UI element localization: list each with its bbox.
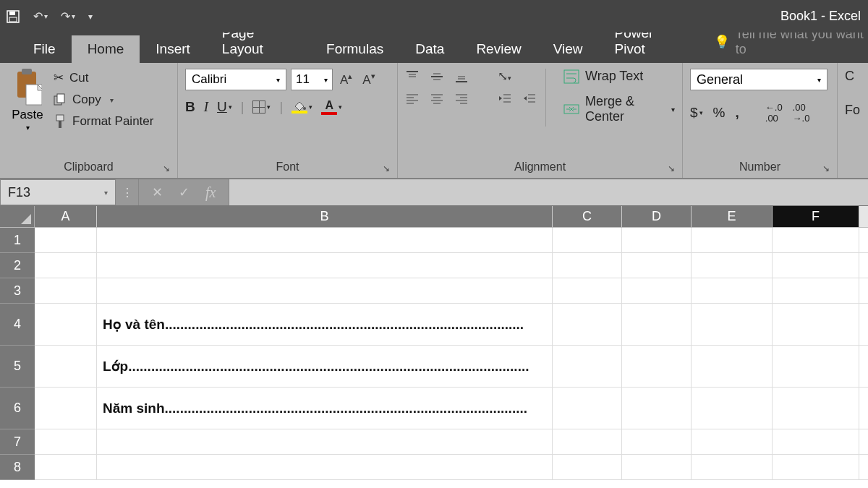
cell[interactable] [692, 346, 773, 387]
row-header-6[interactable]: 6 [0, 388, 35, 429]
cell[interactable] [553, 346, 622, 387]
row-header-5[interactable]: 5 [0, 346, 35, 388]
worksheet-grid[interactable]: A B C D E F 1 2 3 4 5 6 7 8 Họ và tên...… [0, 206, 868, 488]
cell[interactable] [773, 455, 859, 479]
tab-home[interactable]: Home [72, 35, 140, 63]
cell[interactable] [773, 253, 859, 278]
tab-data[interactable]: Data [399, 35, 460, 63]
cell[interactable] [773, 304, 859, 345]
cell[interactable] [692, 455, 773, 479]
clipboard-dialog-launcher[interactable]: ↘ [163, 163, 170, 174]
cell[interactable] [692, 429, 773, 454]
select-all-corner[interactable] [0, 206, 35, 227]
tab-insert[interactable]: Insert [140, 35, 206, 63]
cell[interactable] [35, 304, 97, 345]
cell[interactable] [97, 278, 553, 303]
row-header-1[interactable]: 1 [0, 228, 35, 253]
cell[interactable] [692, 278, 773, 303]
cell-B6[interactable]: Năm sinh................................… [97, 388, 553, 429]
save-button[interactable] [6, 9, 20, 24]
cell[interactable] [97, 455, 553, 479]
cell[interactable] [692, 228, 773, 252]
font-dialog-launcher[interactable]: ↘ [383, 163, 390, 174]
cell[interactable] [692, 253, 773, 278]
tab-review[interactable]: Review [460, 35, 537, 63]
italic-button[interactable]: I [204, 99, 208, 115]
cell[interactable] [35, 388, 97, 429]
decrease-indent-button[interactable] [498, 93, 512, 104]
increase-decimal-button[interactable]: ←.0.00 [765, 102, 783, 124]
orientation-button[interactable]: ⤡▾ [498, 69, 511, 84]
row-header-8[interactable]: 8 [0, 455, 35, 480]
cell[interactable] [35, 346, 97, 387]
cell[interactable] [553, 455, 622, 479]
tab-view[interactable]: View [537, 35, 599, 63]
row-header-2[interactable]: 2 [0, 253, 35, 278]
enter-formula-button[interactable]: ✓ [179, 184, 190, 200]
cell[interactable] [35, 429, 97, 454]
copy-button[interactable]: Copy ▾ [54, 93, 153, 107]
name-box[interactable]: F13▾ [0, 179, 116, 205]
cell[interactable] [97, 429, 553, 454]
cell[interactable] [773, 388, 859, 429]
accounting-format-button[interactable]: $▾ [690, 105, 703, 121]
decrease-decimal-button[interactable]: .00→.0 [793, 102, 810, 124]
cell[interactable] [622, 429, 692, 454]
separator[interactable]: ⋮ [116, 179, 139, 205]
cell[interactable] [553, 278, 622, 303]
row-header-4[interactable]: 4 [0, 304, 35, 346]
cell[interactable] [622, 228, 692, 252]
font-size-selector[interactable]: 11▾ [291, 69, 333, 90]
font-color-button[interactable]: A ▾ [321, 99, 342, 115]
cell[interactable] [35, 228, 97, 252]
cell[interactable] [35, 253, 97, 278]
column-header-F[interactable]: F [773, 206, 859, 227]
cell[interactable] [97, 253, 553, 278]
decrease-font-button[interactable]: A▾ [359, 72, 378, 87]
borders-button[interactable]: ▾ [252, 100, 271, 114]
cut-button[interactable]: ✂ Cut [54, 70, 153, 85]
cell[interactable] [622, 455, 692, 479]
undo-button[interactable]: ↶ ▾ [33, 9, 48, 23]
column-header-E[interactable]: E [692, 206, 773, 227]
bold-button[interactable]: B [185, 99, 195, 115]
column-header-C[interactable]: C [553, 206, 622, 227]
number-format-selector[interactable]: General▾ [690, 69, 827, 90]
format-painter-button[interactable]: Format Painter [54, 114, 153, 129]
cell[interactable] [622, 346, 692, 387]
percent-format-button[interactable]: % [713, 105, 726, 121]
cell[interactable] [553, 253, 622, 278]
formula-bar-input[interactable] [229, 179, 868, 205]
increase-indent-button[interactable] [522, 93, 537, 104]
cell[interactable] [622, 278, 692, 303]
cell[interactable] [692, 388, 773, 429]
column-header-D[interactable]: D [622, 206, 692, 227]
cell[interactable] [773, 346, 859, 387]
cell[interactable] [773, 278, 859, 303]
align-center-button[interactable] [430, 93, 444, 104]
fill-color-button[interactable]: ▾ [292, 100, 312, 114]
cancel-formula-button[interactable]: ✕ [152, 184, 163, 200]
qat-customize-button[interactable]: ▾ [88, 12, 93, 22]
cell[interactable] [622, 253, 692, 278]
font-name-selector[interactable]: Calibri▾ [185, 69, 286, 90]
cell[interactable] [553, 429, 622, 454]
paste-button[interactable]: Paste ▾ [7, 69, 48, 132]
cell-B4[interactable]: Họ và tên...............................… [97, 304, 553, 345]
align-bottom-button[interactable] [454, 69, 469, 84]
insert-function-button[interactable]: fx [205, 184, 216, 201]
cell[interactable] [35, 278, 97, 303]
column-header-A[interactable]: A [35, 206, 97, 227]
cell[interactable] [553, 304, 622, 345]
align-top-button[interactable] [405, 69, 420, 84]
merge-center-button[interactable]: Merge & Center ▾ [563, 94, 675, 124]
column-header-B[interactable]: B [97, 206, 553, 227]
tab-file[interactable]: File [17, 35, 72, 63]
wrap-text-button[interactable]: Wrap Text [563, 69, 675, 84]
row-header-7[interactable]: 7 [0, 429, 35, 455]
align-middle-button[interactable] [430, 69, 444, 84]
align-right-button[interactable] [454, 93, 469, 104]
underline-button[interactable]: U▾ [217, 99, 232, 115]
cell[interactable] [97, 228, 553, 252]
cell[interactable] [553, 228, 622, 252]
